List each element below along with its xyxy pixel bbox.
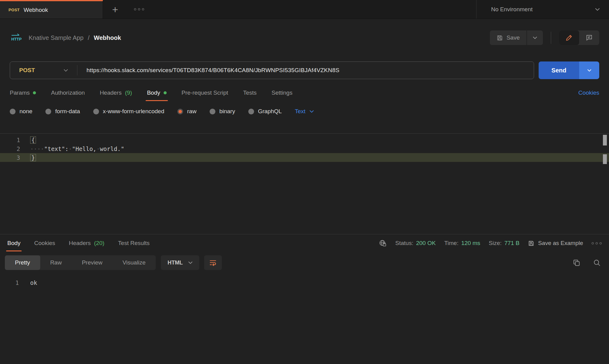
tab-label: Test Results <box>118 240 150 247</box>
tab-params[interactable]: Params <box>10 84 36 102</box>
radio-icon <box>45 109 51 114</box>
view-visualize[interactable]: Visualize <box>112 255 156 270</box>
body-type-graphql[interactable]: GraphQL <box>248 108 282 115</box>
line-number: 1 <box>0 137 20 143</box>
response-tab-test-results[interactable]: Test Results <box>118 234 150 252</box>
tab-authorization[interactable]: Authorization <box>51 84 85 102</box>
copy-icon[interactable] <box>572 259 581 267</box>
tab-headers[interactable]: Headers (9) <box>100 84 132 102</box>
breadcrumb-collection[interactable]: Knative Sample App <box>29 34 83 41</box>
radio-icon <box>248 109 254 114</box>
request-url-row: POST https://hooks.slack.com/services/T0… <box>10 61 599 79</box>
response-tab-body[interactable]: Body <box>7 234 20 252</box>
url-input[interactable]: https://hooks.slack.com/services/T06TD83… <box>77 67 349 74</box>
response-body[interactable]: 1 ok <box>0 279 609 286</box>
chevron-down-icon <box>188 261 193 264</box>
code-line-1: 1 { <box>0 135 609 144</box>
tab-body[interactable]: Body <box>147 84 166 102</box>
request-tab-webhook[interactable]: POST Webhook <box>0 0 103 19</box>
modified-dot <box>33 91 36 94</box>
breadcrumb-request-name[interactable]: Webhook <box>94 34 121 41</box>
chevron-down-icon <box>595 8 600 11</box>
body-type-form-data[interactable]: form-data <box>45 108 80 115</box>
toolbar-divider <box>551 32 551 44</box>
response-tab-cookies[interactable]: Cookies <box>34 234 55 252</box>
view-raw[interactable]: Raw <box>40 255 72 270</box>
environment-label: No Environment <box>491 6 533 13</box>
body-type-urlencoded[interactable]: x-www-form-urlencoded <box>93 108 165 115</box>
globe-lock-icon[interactable] <box>379 239 387 247</box>
new-tab-button[interactable]: + <box>112 4 118 15</box>
cookies-link[interactable]: Cookies <box>578 89 599 96</box>
wrap-lines-button[interactable] <box>204 255 222 270</box>
save-as-example-button[interactable]: Save as Example <box>528 240 583 247</box>
method-select[interactable]: POST <box>10 62 77 79</box>
editor-cursor-marker[interactable] <box>603 154 607 164</box>
size-label: Size: <box>489 240 501 247</box>
response-view-controls: Pretty Raw Preview Visualize HTML <box>5 255 601 270</box>
response-meta: Status: 200 OK Time: 120 ms Size: 771 B … <box>379 239 602 247</box>
response-options-icon[interactable] <box>592 242 602 244</box>
tab-pre-request-script[interactable]: Pre-request Script <box>182 84 228 102</box>
url-box: POST https://hooks.slack.com/services/T0… <box>10 61 534 79</box>
radio-label: raw <box>187 108 197 115</box>
tab-options-icon[interactable] <box>134 8 144 10</box>
environment-selector[interactable]: No Environment <box>476 0 609 19</box>
chevron-down-icon <box>587 69 591 72</box>
code-line-2: 2 ····"text":·"Hello,·world." <box>0 144 609 153</box>
radio-icon <box>210 109 215 114</box>
response-format-select[interactable]: HTML <box>161 255 199 270</box>
view-preview[interactable]: Preview <box>72 255 113 270</box>
line-number: 3 <box>0 154 20 161</box>
body-code-editor[interactable]: 1 { 2 ····"text":·"Hello,·world." 3 } <box>0 133 609 234</box>
radio-label: binary <box>219 108 235 115</box>
tab-settings[interactable]: Settings <box>271 84 292 102</box>
time-badge: Time: 120 ms <box>444 240 480 247</box>
tab-label: Pre-request Script <box>182 89 228 96</box>
tab-label: Authorization <box>51 89 85 96</box>
save-icon <box>497 35 503 41</box>
view-pretty[interactable]: Pretty <box>5 255 40 270</box>
radio-label: form-data <box>55 108 80 115</box>
raw-format-select[interactable]: Text <box>295 108 314 115</box>
comments-button[interactable] <box>579 30 599 45</box>
tab-bar: POST Webhook + No Environment <box>0 0 609 19</box>
response-tab-headers[interactable]: Headers (20) <box>69 234 104 252</box>
http-request-icon: HTTP <box>10 33 22 42</box>
edit-request-button[interactable] <box>559 30 579 45</box>
response-tabs: Body Cookies Headers (20) Test Results <box>0 234 609 252</box>
tab-tests[interactable]: Tests <box>243 84 257 102</box>
save-button[interactable]: Save <box>490 30 526 45</box>
headers-count: (9) <box>125 89 132 96</box>
postman-window: POST Webhook + No Environment HTTP Knati… <box>0 0 609 364</box>
close-brace: } <box>30 154 36 161</box>
send-button-group: Send <box>539 61 599 79</box>
send-button[interactable]: Send <box>539 61 579 79</box>
tab-label: Settings <box>271 89 292 96</box>
body-type-binary[interactable]: binary <box>210 108 235 115</box>
send-options-button[interactable] <box>579 61 599 79</box>
tab-label: Headers <box>100 89 122 96</box>
radio-label: none <box>19 108 32 115</box>
size-badge: Size: 771 B <box>489 240 519 247</box>
tab-method-label: POST <box>9 8 20 12</box>
svg-text:HTTP: HTTP <box>11 37 22 41</box>
toolbar-actions: Save <box>490 30 599 45</box>
body-type-none[interactable]: none <box>10 108 32 115</box>
chevron-down-icon <box>310 110 314 113</box>
edit-comment-group <box>559 30 599 45</box>
tab-label: Body <box>147 89 160 96</box>
radio-icon <box>93 109 99 114</box>
tab-label: Cookies <box>34 240 55 247</box>
search-icon[interactable] <box>593 259 601 267</box>
view-segmented-control: Pretty Raw Preview Visualize <box>5 255 156 270</box>
editor-scrollbar-thumb[interactable] <box>603 135 607 145</box>
body-type-raw[interactable]: raw <box>177 108 197 115</box>
breadcrumb-separator: / <box>88 34 90 41</box>
pencil-icon <box>565 34 573 41</box>
wrap-text-icon <box>209 259 217 267</box>
tab-label: Body <box>7 240 20 247</box>
tab-label: Params <box>10 89 30 96</box>
save-options-button[interactable] <box>527 30 543 45</box>
status-badge: Status: 200 OK <box>395 240 436 247</box>
